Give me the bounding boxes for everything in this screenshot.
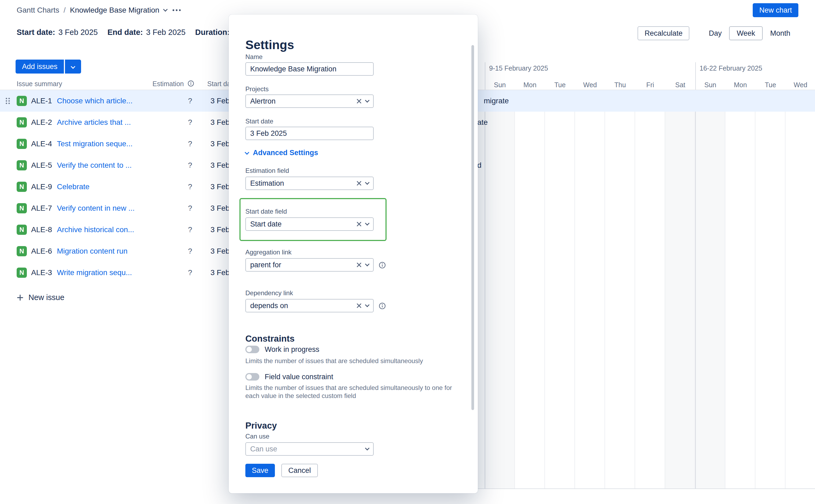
zoom-week-button[interactable]: Week: [729, 26, 763, 40]
save-button[interactable]: Save: [245, 464, 275, 477]
start-date-label: Start date: [245, 118, 273, 125]
issue-key: ALE-2: [31, 118, 57, 127]
start-date-cell[interactable]: 3 Feb: [210, 204, 230, 213]
estimation-cell[interactable]: ?: [185, 225, 195, 234]
start-date-cell[interactable]: 3 Feb: [210, 118, 230, 127]
chevron-down-icon[interactable]: [365, 303, 370, 307]
clear-icon[interactable]: [356, 98, 362, 104]
add-issues-button[interactable]: Add issues: [16, 60, 64, 74]
table-row[interactable]: N ALE-7 Verify content in new ... ? 3 Fe…: [0, 198, 239, 219]
recalculate-button[interactable]: Recalculate: [638, 26, 689, 40]
start-date-cell[interactable]: 3 Feb: [210, 161, 230, 170]
column-estimation: Estimation: [152, 80, 184, 88]
table-row[interactable]: N ALE-8 Archive historical con... ? 3 Fe…: [0, 219, 239, 240]
estimation-cell[interactable]: ?: [185, 140, 195, 148]
new-issue-button[interactable]: New issue: [17, 293, 64, 302]
aggregation-info-icon[interactable]: [379, 261, 386, 269]
dependency-link-label: Dependency link: [245, 289, 293, 297]
issue-summary-link[interactable]: Choose which article...: [57, 97, 133, 105]
end-date-value: 3 Feb 2025: [146, 28, 185, 37]
issue-summary-link[interactable]: Archive articles that ...: [57, 118, 131, 127]
estimation-cell[interactable]: ?: [185, 97, 195, 105]
start-date-cell[interactable]: 3 Feb: [210, 182, 230, 191]
can-use-label: Can use: [245, 433, 269, 440]
drag-handle-icon[interactable]: [5, 97, 10, 105]
field-value-toggle[interactable]: [245, 373, 259, 381]
clear-icon[interactable]: [356, 262, 362, 268]
estimation-field-select[interactable]: Estimation: [245, 177, 374, 190]
start-date-cell[interactable]: 3 Feb: [210, 97, 230, 105]
estimation-cell[interactable]: ?: [185, 247, 195, 255]
estimation-cell[interactable]: ?: [185, 204, 195, 213]
gantt-bar-label: d: [477, 161, 482, 170]
issue-key: ALE-6: [31, 247, 57, 255]
issue-summary-link[interactable]: Write migration sequ...: [57, 268, 132, 277]
issue-summary-link[interactable]: Verify the content to ...: [57, 161, 132, 170]
wip-description: Limits the number of issues that are sch…: [245, 357, 456, 365]
table-row[interactable]: N ALE-2 Archive articles that ... ? 3 Fe…: [0, 112, 239, 133]
issue-summary-link[interactable]: Migration content run: [57, 247, 128, 255]
clear-icon[interactable]: [356, 180, 362, 186]
start-date-input[interactable]: [245, 127, 374, 140]
chevron-down-icon[interactable]: [365, 180, 370, 185]
week-header-1: 9-15 February 2025: [489, 64, 548, 72]
issue-table: N ALE-1 Choose which article... ? 3 Feb …: [0, 90, 239, 283]
more-menu-icon[interactable]: [172, 9, 181, 11]
breadcrumb-gantt-charts[interactable]: Gantt Charts: [17, 6, 59, 14]
chevron-down-icon[interactable]: [163, 7, 168, 12]
aggregation-link-select[interactable]: parent for: [245, 258, 374, 272]
constraints-heading: Constraints: [245, 334, 294, 344]
name-input[interactable]: [245, 62, 374, 76]
new-chart-button[interactable]: New chart: [753, 3, 798, 17]
estimation-info-icon[interactable]: [187, 80, 194, 87]
modal-scrollbar[interactable]: [471, 45, 474, 410]
dependency-info-icon[interactable]: [379, 302, 386, 310]
table-row[interactable]: N ALE-6 Migration content run ? 3 Feb: [0, 240, 239, 262]
estimation-cell[interactable]: ?: [185, 161, 195, 170]
end-date-summary: End date: 3 Feb 2025: [107, 28, 185, 37]
field-value-toggle-label: Field value constraint: [265, 373, 333, 381]
start-date-cell[interactable]: 3 Feb: [210, 268, 230, 277]
zoom-day-button[interactable]: Day: [701, 26, 729, 40]
start-date-cell[interactable]: 3 Feb: [210, 225, 230, 234]
table-row[interactable]: N ALE-1 Choose which article... ? 3 Feb: [0, 90, 239, 112]
cancel-button[interactable]: Cancel: [281, 464, 318, 477]
wip-toggle[interactable]: [245, 346, 259, 353]
start-date-field-select[interactable]: Start date: [245, 217, 374, 231]
new-issue-label: New issue: [28, 293, 64, 302]
settings-modal: Settings Name Projects Alertron Start da…: [229, 14, 478, 493]
privacy-heading: Privacy: [245, 421, 277, 431]
start-date-cell[interactable]: 3 Feb: [210, 247, 230, 255]
projects-select[interactable]: Alertron: [245, 94, 374, 108]
table-row[interactable]: N ALE-4 Test migration seque... ? 3 Feb: [0, 133, 239, 155]
estimation-cell[interactable]: ?: [185, 118, 195, 127]
clear-icon[interactable]: [356, 303, 362, 309]
estimation-cell[interactable]: ?: [185, 182, 195, 191]
estimation-cell[interactable]: ?: [185, 268, 195, 277]
start-date-cell[interactable]: 3 Feb: [210, 140, 230, 148]
dependency-link-select[interactable]: depends on: [245, 299, 374, 312]
table-row[interactable]: N ALE-5 Verify the content to ... ? 3 Fe…: [0, 155, 239, 176]
issue-summary-link[interactable]: Celebrate: [57, 182, 89, 191]
gantt-app: Gantt Charts / Knowledge Base Migration …: [0, 0, 815, 504]
issue-summary-link[interactable]: Archive historical con...: [57, 225, 134, 234]
table-row[interactable]: N ALE-9 Celebrate ? 3 Feb: [0, 176, 239, 198]
name-label: Name: [245, 53, 263, 61]
advanced-settings-toggle[interactable]: Advanced Settings: [245, 149, 318, 157]
chevron-down-icon[interactable]: [365, 221, 370, 226]
grid-column: [635, 90, 665, 488]
table-row[interactable]: N ALE-3 Write migration sequ... ? 3 Feb: [0, 262, 239, 283]
chevron-down-icon[interactable]: [365, 262, 370, 266]
breadcrumb-current-chart[interactable]: Knowledge Base Migration: [70, 6, 159, 14]
issue-summary-link[interactable]: Verify content in new ...: [57, 204, 135, 213]
can-use-select[interactable]: Can use: [245, 442, 374, 456]
chevron-down-icon[interactable]: [365, 446, 370, 451]
zoom-month-button[interactable]: Month: [763, 26, 798, 40]
issue-type-icon: N: [17, 96, 27, 106]
clear-icon[interactable]: [356, 221, 362, 227]
add-issues-dropdown-button[interactable]: [65, 60, 81, 74]
issue-key: ALE-3: [31, 268, 57, 277]
gantt-timeline: 9-15 February 2025 16-22 February 2025 S…: [455, 59, 815, 489]
issue-summary-link[interactable]: Test migration seque...: [57, 140, 133, 148]
chevron-down-icon[interactable]: [365, 98, 370, 103]
